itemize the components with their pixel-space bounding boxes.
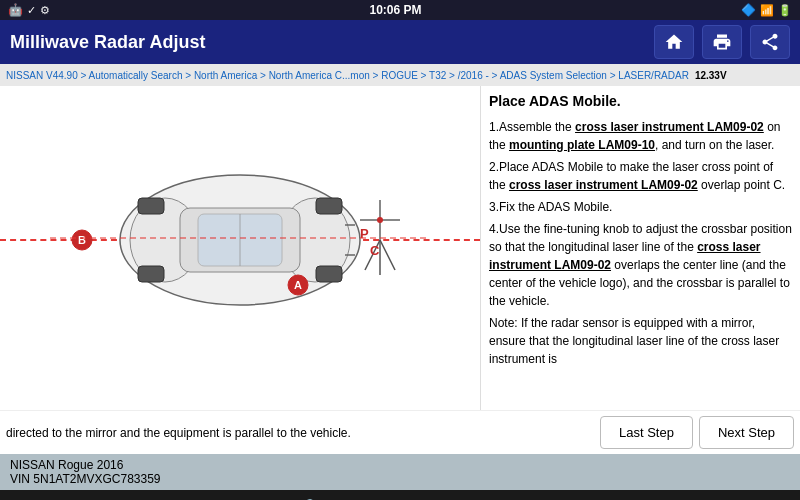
- breadcrumb-text: NISSAN V44.90 > Automatically Search > N…: [6, 70, 689, 81]
- content-wrapper: B A: [0, 86, 800, 454]
- svg-line-16: [380, 240, 395, 270]
- vin-number: VIN 5N1AT2MVXGC783359: [10, 472, 161, 486]
- print-icon: [712, 32, 732, 52]
- home-icon: [664, 32, 684, 52]
- buttons-area: Last Step Next Step: [600, 416, 794, 449]
- svg-rect-7: [138, 266, 164, 282]
- last-step-button[interactable]: Last Step: [600, 416, 693, 449]
- note-text: Note: If the radar sensor is equipped wi…: [489, 314, 792, 368]
- header: Milliwave Radar Adjust: [0, 20, 800, 64]
- svg-text:B: B: [78, 234, 86, 246]
- content-row: B A: [0, 86, 800, 410]
- battery-icon: 🔋: [778, 4, 792, 17]
- status-bar: 🤖 ✓ ⚙ 10:06 PM 🔷 📶 🔋: [0, 0, 800, 20]
- svg-rect-8: [316, 198, 342, 214]
- next-step-button[interactable]: Next Step: [699, 416, 794, 449]
- footer-content: NISSAN Rogue 2016 VIN 5N1AT2MVXGC783359: [10, 458, 161, 486]
- svg-rect-6: [138, 198, 164, 214]
- home-button[interactable]: [654, 25, 694, 59]
- section-title: Place ADAS Mobile.: [489, 92, 792, 112]
- status-right-icons: 🔷 📶 🔋: [741, 3, 792, 17]
- page-title: Milliwave Radar Adjust: [10, 32, 646, 53]
- bluetooth-icon: 🔷: [741, 3, 756, 17]
- nav-bar: ↺ 🖼 🔧 □ ⊞ ⌂ ◁: [0, 490, 800, 500]
- car-svg: B A: [50, 130, 430, 350]
- bottom-area: directed to the mirror and the equipment…: [0, 410, 800, 454]
- share-button[interactable]: [750, 25, 790, 59]
- svg-point-19: [377, 217, 383, 223]
- settings-icon: ⚙: [40, 4, 50, 17]
- svg-text:A: A: [294, 279, 302, 291]
- wifi-icon: 📶: [760, 4, 774, 17]
- status-left-icons: 🤖 ✓ ⚙: [8, 3, 50, 17]
- voltage-display: 12.33V: [695, 70, 727, 81]
- plate-link: mounting plate LAM09-10: [509, 138, 655, 152]
- share-icon: [760, 32, 780, 52]
- android-icon: 🤖: [8, 3, 23, 17]
- vehicle-name: NISSAN Rogue 2016: [10, 458, 161, 472]
- svg-text:C: C: [370, 243, 380, 258]
- svg-rect-9: [316, 266, 342, 282]
- instructions-panel[interactable]: Place ADAS Mobile. 1.Assemble the cross …: [480, 86, 800, 410]
- breadcrumb: NISSAN V44.90 > Automatically Search > N…: [0, 64, 800, 86]
- instrument-link-2: cross laser instrument LAM09-02: [509, 178, 698, 192]
- bottom-note: directed to the mirror and the equipment…: [6, 426, 600, 440]
- footer-info: NISSAN Rogue 2016 VIN 5N1AT2MVXGC783359: [0, 454, 800, 490]
- car-diagram: B A: [0, 86, 480, 394]
- diagram-panel: B A: [0, 86, 480, 410]
- step-3: 3.Fix the ADAS Mobile.: [489, 198, 792, 216]
- status-time: 10:06 PM: [369, 3, 421, 17]
- check-icon: ✓: [27, 4, 36, 17]
- instruction-body: 1.Assemble the cross laser instrument LA…: [489, 118, 792, 368]
- instrument-link-1: cross laser instrument LAM09-02: [575, 120, 764, 134]
- print-button[interactable]: [702, 25, 742, 59]
- instrument-link-3: cross laser instrument LAM09-02: [489, 240, 761, 272]
